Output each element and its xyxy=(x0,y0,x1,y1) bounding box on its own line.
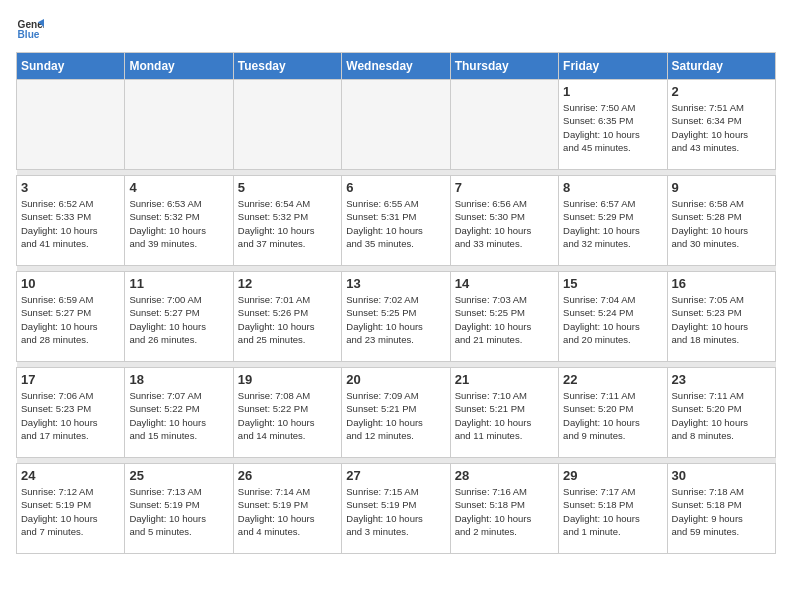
calendar-cell: 30Sunrise: 7:18 AM Sunset: 5:18 PM Dayli… xyxy=(667,464,775,554)
day-info: Sunrise: 7:11 AM Sunset: 5:20 PM Dayligh… xyxy=(672,389,771,442)
day-info: Sunrise: 7:14 AM Sunset: 5:19 PM Dayligh… xyxy=(238,485,337,538)
day-info: Sunrise: 7:03 AM Sunset: 5:25 PM Dayligh… xyxy=(455,293,554,346)
day-number: 16 xyxy=(672,276,771,291)
calendar-cell: 8Sunrise: 6:57 AM Sunset: 5:29 PM Daylig… xyxy=(559,176,667,266)
calendar-cell: 27Sunrise: 7:15 AM Sunset: 5:19 PM Dayli… xyxy=(342,464,450,554)
day-info: Sunrise: 7:09 AM Sunset: 5:21 PM Dayligh… xyxy=(346,389,445,442)
day-number: 24 xyxy=(21,468,120,483)
calendar-cell: 26Sunrise: 7:14 AM Sunset: 5:19 PM Dayli… xyxy=(233,464,341,554)
weekday-header: Thursday xyxy=(450,53,558,80)
day-info: Sunrise: 7:07 AM Sunset: 5:22 PM Dayligh… xyxy=(129,389,228,442)
day-number: 29 xyxy=(563,468,662,483)
calendar-header-row: SundayMondayTuesdayWednesdayThursdayFrid… xyxy=(17,53,776,80)
calendar-cell xyxy=(125,80,233,170)
calendar-week-row: 17Sunrise: 7:06 AM Sunset: 5:23 PM Dayli… xyxy=(17,368,776,458)
day-info: Sunrise: 7:04 AM Sunset: 5:24 PM Dayligh… xyxy=(563,293,662,346)
day-info: Sunrise: 6:58 AM Sunset: 5:28 PM Dayligh… xyxy=(672,197,771,250)
calendar-cell xyxy=(233,80,341,170)
day-number: 15 xyxy=(563,276,662,291)
calendar-cell: 15Sunrise: 7:04 AM Sunset: 5:24 PM Dayli… xyxy=(559,272,667,362)
weekday-header: Saturday xyxy=(667,53,775,80)
calendar-table: SundayMondayTuesdayWednesdayThursdayFrid… xyxy=(16,52,776,554)
calendar-week-row: 3Sunrise: 6:52 AM Sunset: 5:33 PM Daylig… xyxy=(17,176,776,266)
day-info: Sunrise: 7:00 AM Sunset: 5:27 PM Dayligh… xyxy=(129,293,228,346)
day-number: 20 xyxy=(346,372,445,387)
day-info: Sunrise: 7:02 AM Sunset: 5:25 PM Dayligh… xyxy=(346,293,445,346)
day-number: 26 xyxy=(238,468,337,483)
calendar-cell: 16Sunrise: 7:05 AM Sunset: 5:23 PM Dayli… xyxy=(667,272,775,362)
calendar-cell: 14Sunrise: 7:03 AM Sunset: 5:25 PM Dayli… xyxy=(450,272,558,362)
calendar-cell: 6Sunrise: 6:55 AM Sunset: 5:31 PM Daylig… xyxy=(342,176,450,266)
calendar-week-row: 1Sunrise: 7:50 AM Sunset: 6:35 PM Daylig… xyxy=(17,80,776,170)
day-info: Sunrise: 7:08 AM Sunset: 5:22 PM Dayligh… xyxy=(238,389,337,442)
day-number: 1 xyxy=(563,84,662,99)
calendar-cell: 4Sunrise: 6:53 AM Sunset: 5:32 PM Daylig… xyxy=(125,176,233,266)
weekday-header: Tuesday xyxy=(233,53,341,80)
day-number: 9 xyxy=(672,180,771,195)
day-number: 18 xyxy=(129,372,228,387)
day-number: 2 xyxy=(672,84,771,99)
logo: General Blue xyxy=(16,16,48,44)
day-info: Sunrise: 7:11 AM Sunset: 5:20 PM Dayligh… xyxy=(563,389,662,442)
calendar-week-row: 10Sunrise: 6:59 AM Sunset: 5:27 PM Dayli… xyxy=(17,272,776,362)
calendar-cell: 10Sunrise: 6:59 AM Sunset: 5:27 PM Dayli… xyxy=(17,272,125,362)
calendar-cell: 25Sunrise: 7:13 AM Sunset: 5:19 PM Dayli… xyxy=(125,464,233,554)
page-header: General Blue xyxy=(16,16,776,44)
day-info: Sunrise: 6:54 AM Sunset: 5:32 PM Dayligh… xyxy=(238,197,337,250)
day-info: Sunrise: 7:17 AM Sunset: 5:18 PM Dayligh… xyxy=(563,485,662,538)
day-info: Sunrise: 7:13 AM Sunset: 5:19 PM Dayligh… xyxy=(129,485,228,538)
calendar-cell: 13Sunrise: 7:02 AM Sunset: 5:25 PM Dayli… xyxy=(342,272,450,362)
calendar-cell xyxy=(450,80,558,170)
day-info: Sunrise: 6:55 AM Sunset: 5:31 PM Dayligh… xyxy=(346,197,445,250)
day-info: Sunrise: 7:06 AM Sunset: 5:23 PM Dayligh… xyxy=(21,389,120,442)
day-number: 12 xyxy=(238,276,337,291)
calendar-cell: 21Sunrise: 7:10 AM Sunset: 5:21 PM Dayli… xyxy=(450,368,558,458)
calendar-cell: 24Sunrise: 7:12 AM Sunset: 5:19 PM Dayli… xyxy=(17,464,125,554)
day-info: Sunrise: 7:18 AM Sunset: 5:18 PM Dayligh… xyxy=(672,485,771,538)
day-number: 10 xyxy=(21,276,120,291)
calendar-cell: 1Sunrise: 7:50 AM Sunset: 6:35 PM Daylig… xyxy=(559,80,667,170)
calendar-week-row: 24Sunrise: 7:12 AM Sunset: 5:19 PM Dayli… xyxy=(17,464,776,554)
day-number: 6 xyxy=(346,180,445,195)
day-info: Sunrise: 6:59 AM Sunset: 5:27 PM Dayligh… xyxy=(21,293,120,346)
day-info: Sunrise: 7:51 AM Sunset: 6:34 PM Dayligh… xyxy=(672,101,771,154)
day-info: Sunrise: 7:10 AM Sunset: 5:21 PM Dayligh… xyxy=(455,389,554,442)
calendar-cell: 20Sunrise: 7:09 AM Sunset: 5:21 PM Dayli… xyxy=(342,368,450,458)
day-info: Sunrise: 7:50 AM Sunset: 6:35 PM Dayligh… xyxy=(563,101,662,154)
day-number: 7 xyxy=(455,180,554,195)
calendar-cell: 18Sunrise: 7:07 AM Sunset: 5:22 PM Dayli… xyxy=(125,368,233,458)
svg-text:Blue: Blue xyxy=(18,29,40,40)
day-number: 30 xyxy=(672,468,771,483)
day-number: 22 xyxy=(563,372,662,387)
day-number: 17 xyxy=(21,372,120,387)
day-number: 23 xyxy=(672,372,771,387)
day-info: Sunrise: 7:12 AM Sunset: 5:19 PM Dayligh… xyxy=(21,485,120,538)
day-number: 27 xyxy=(346,468,445,483)
day-info: Sunrise: 7:15 AM Sunset: 5:19 PM Dayligh… xyxy=(346,485,445,538)
calendar-cell: 3Sunrise: 6:52 AM Sunset: 5:33 PM Daylig… xyxy=(17,176,125,266)
day-number: 19 xyxy=(238,372,337,387)
calendar-cell xyxy=(17,80,125,170)
weekday-header: Sunday xyxy=(17,53,125,80)
day-number: 4 xyxy=(129,180,228,195)
calendar-cell: 29Sunrise: 7:17 AM Sunset: 5:18 PM Dayli… xyxy=(559,464,667,554)
day-number: 5 xyxy=(238,180,337,195)
day-number: 21 xyxy=(455,372,554,387)
calendar-cell: 23Sunrise: 7:11 AM Sunset: 5:20 PM Dayli… xyxy=(667,368,775,458)
weekday-header: Monday xyxy=(125,53,233,80)
day-info: Sunrise: 6:53 AM Sunset: 5:32 PM Dayligh… xyxy=(129,197,228,250)
day-info: Sunrise: 6:56 AM Sunset: 5:30 PM Dayligh… xyxy=(455,197,554,250)
day-number: 28 xyxy=(455,468,554,483)
day-number: 14 xyxy=(455,276,554,291)
day-number: 13 xyxy=(346,276,445,291)
calendar-cell: 12Sunrise: 7:01 AM Sunset: 5:26 PM Dayli… xyxy=(233,272,341,362)
calendar-cell: 2Sunrise: 7:51 AM Sunset: 6:34 PM Daylig… xyxy=(667,80,775,170)
calendar-cell: 19Sunrise: 7:08 AM Sunset: 5:22 PM Dayli… xyxy=(233,368,341,458)
calendar-cell: 5Sunrise: 6:54 AM Sunset: 5:32 PM Daylig… xyxy=(233,176,341,266)
day-info: Sunrise: 6:52 AM Sunset: 5:33 PM Dayligh… xyxy=(21,197,120,250)
weekday-header: Friday xyxy=(559,53,667,80)
day-info: Sunrise: 7:05 AM Sunset: 5:23 PM Dayligh… xyxy=(672,293,771,346)
calendar-cell: 9Sunrise: 6:58 AM Sunset: 5:28 PM Daylig… xyxy=(667,176,775,266)
calendar-cell: 28Sunrise: 7:16 AM Sunset: 5:18 PM Dayli… xyxy=(450,464,558,554)
day-info: Sunrise: 7:16 AM Sunset: 5:18 PM Dayligh… xyxy=(455,485,554,538)
